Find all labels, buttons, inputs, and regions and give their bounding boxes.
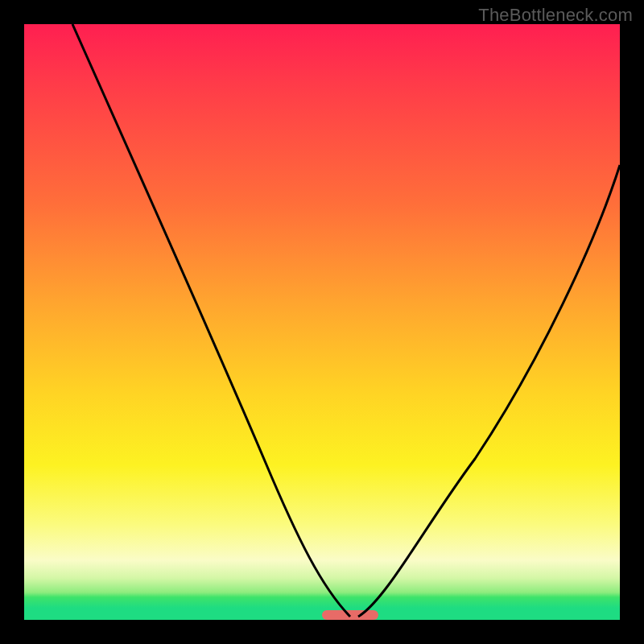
watermark-text: TheBottleneck.com xyxy=(478,5,633,26)
bottleneck-curve xyxy=(24,24,620,620)
curve-right-branch xyxy=(358,165,620,617)
chart-stage: TheBottleneck.com xyxy=(0,0,644,644)
plot-area xyxy=(24,24,620,620)
curve-left-branch xyxy=(72,24,350,617)
